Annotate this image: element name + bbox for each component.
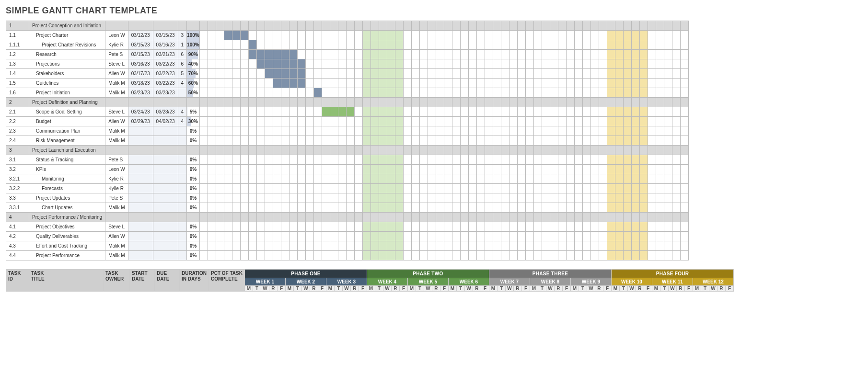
pct-complete-cell: 0% (187, 136, 200, 146)
day-header: R (676, 286, 684, 292)
day-header: R (636, 286, 644, 292)
pct-complete-cell: 90% (187, 50, 200, 59)
task-row: 2.2BudgetAllen W03/29/2304/02/23430% (6, 117, 689, 126)
day-header: R (269, 286, 277, 292)
day-header: W (383, 286, 391, 292)
day-header: M (285, 286, 293, 292)
day-header: F (684, 286, 693, 292)
task-row: 2.3Communication PlanMalik M0% (6, 126, 689, 136)
week-header: WEEK 10 (611, 278, 652, 286)
week-header: WEEK 12 (693, 278, 733, 286)
task-row: 4.3Effort and Cost TrackingMalik M0% (6, 241, 689, 251)
pct-complete-cell: 30% (187, 117, 200, 126)
gantt-header: TASKIDTASKTITLETASKOWNERSTARTDATEDUEDATE… (6, 270, 734, 292)
task-row: 3.2KPIsLeon W0% (6, 165, 689, 174)
day-header: W (464, 286, 473, 292)
phase-header: PHASE FOUR (611, 270, 733, 278)
task-row: 3.2.1MonitoringKylie R0% (6, 174, 689, 184)
pct-complete-cell: 40% (187, 59, 200, 69)
task-row: 3.2.2ForecastsKylie R0% (6, 184, 689, 193)
section-row: 3Project Launch and Execution (6, 146, 689, 155)
day-header: M (611, 286, 619, 292)
day-header: W (668, 286, 676, 292)
gantt-table: TASKIDTASKTITLETASKOWNERSTARTDATEDUEDATE… (6, 269, 734, 292)
page-title: SIMPLE GANTT CHART TEMPLATE (6, 6, 862, 16)
day-header: M (530, 286, 538, 292)
day-header: F (481, 286, 489, 292)
day-header: M (693, 286, 701, 292)
week-header: WEEK 7 (489, 278, 530, 286)
week-header: WEEK 5 (407, 278, 448, 286)
phase-header: PHASE TWO (367, 270, 489, 278)
day-header: T (293, 286, 301, 292)
day-header: W (505, 286, 513, 292)
day-header: F (562, 286, 570, 292)
day-header: F (359, 286, 367, 292)
week-header: WEEK 6 (448, 278, 489, 286)
day-header: T (334, 286, 342, 292)
day-header: W (587, 286, 595, 292)
phase-header: PHASE THREE (489, 270, 611, 278)
task-row: 4.1Project ObjectivesSteve L0% (6, 222, 689, 232)
day-header: R (310, 286, 318, 292)
day-header: M (570, 286, 579, 292)
day-header: M (367, 286, 375, 292)
day-header: F (318, 286, 326, 292)
day-header: W (709, 286, 717, 292)
col-header-duration: DURATIONIN DAYS (180, 270, 209, 292)
day-header: T (375, 286, 383, 292)
task-row: 1.2ResearchPete S03/15/2303/21/23690% (6, 50, 689, 59)
pct-complete-cell: 0% (187, 174, 200, 184)
pct-complete-cell: 70% (187, 69, 200, 79)
day-header: W (546, 286, 554, 292)
day-header: T (416, 286, 424, 292)
task-row: 1.1.1Project Charter RevisionsKylie R03/… (6, 40, 689, 50)
day-header: R (595, 286, 603, 292)
task-row: 1.6Project InitiationMalik M03/23/2303/2… (6, 88, 689, 98)
day-header: T (497, 286, 505, 292)
day-header: F (521, 286, 530, 292)
task-row: 4.4Project PerformanceMalik M0% (6, 251, 689, 260)
day-header: F (399, 286, 407, 292)
week-header: WEEK 9 (570, 278, 611, 286)
pct-complete-cell: 0% (187, 241, 200, 251)
col-header-due_date: DUEDATE (155, 270, 180, 292)
task-row: 3.3Project UpdatesPete S0% (6, 193, 689, 203)
pct-complete-cell: 100% (187, 40, 200, 50)
day-header: R (350, 286, 359, 292)
day-header: R (554, 286, 562, 292)
day-header: T (253, 286, 261, 292)
day-header: R (513, 286, 521, 292)
task-row: 1.5GuidelinesMalik M03/18/2303/22/23460% (6, 79, 689, 88)
task-row: 3.3.1Chart UpdatesMalik M0% (6, 203, 689, 213)
task-row: 2.4Risk ManagementMalik M0% (6, 136, 689, 146)
pct-complete-cell: 0% (187, 222, 200, 232)
pct-complete-cell: 0% (187, 193, 200, 203)
task-row: 4.2Quality DeliverablesAllen W0% (6, 232, 689, 241)
week-header: WEEK 1 (244, 278, 285, 286)
pct-complete-cell: 0% (187, 184, 200, 193)
col-header-task_title: TASKTITLE (29, 270, 104, 292)
day-header: T (579, 286, 587, 292)
task-row: 2.1Scope & Goal SettingSteve L03/24/2303… (6, 107, 689, 117)
section-row: 4Project Performance / Monitoring (6, 213, 689, 222)
day-header: T (701, 286, 709, 292)
day-header: T (538, 286, 546, 292)
week-header: WEEK 2 (285, 278, 326, 286)
pct-complete-cell: 5% (187, 107, 200, 117)
day-header: T (456, 286, 464, 292)
day-header: F (644, 286, 652, 292)
task-row: 1.4StakeholdersAllen W03/17/2303/22/2357… (6, 69, 689, 79)
section-row: 1Project Conception and Initiation (6, 21, 689, 31)
day-header: F (603, 286, 611, 292)
day-header: W (424, 286, 432, 292)
pct-complete-cell: 60% (187, 79, 200, 88)
day-header: W (261, 286, 269, 292)
pct-complete-cell: 50% (187, 88, 200, 98)
pct-complete-cell: 0% (187, 232, 200, 241)
day-header: M (448, 286, 456, 292)
col-header-pct: PCT OF TASKCOMPLETE (209, 270, 245, 292)
pct-complete-cell: 0% (187, 126, 200, 136)
week-header: WEEK 8 (530, 278, 570, 286)
phase-header: PHASE ONE (244, 270, 367, 278)
